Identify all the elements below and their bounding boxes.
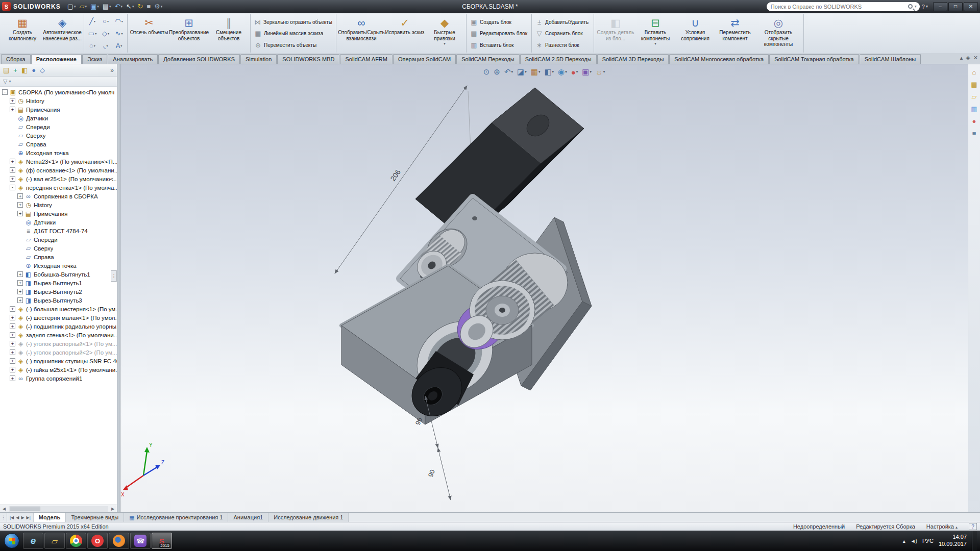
expand-ribbon-icon[interactable]: ▴ bbox=[960, 55, 963, 61]
tree-expander[interactable]: + bbox=[10, 159, 15, 164]
view-tool-button[interactable]: ◧ ▾ bbox=[543, 67, 555, 77]
view-tool-button[interactable]: ◉ ▾ bbox=[556, 67, 569, 77]
tree-item[interactable]: + ▤ Примечания bbox=[0, 105, 117, 114]
tree-expander[interactable]: + bbox=[10, 323, 15, 329]
make-part-from-block-button[interactable]: ◧ Создать деталь из бло... bbox=[596, 15, 635, 52]
language-indicator[interactable]: РУС bbox=[922, 538, 934, 544]
tree-item[interactable]: ◎ Датчики bbox=[0, 114, 117, 122]
view-tool-button[interactable]: ◪ ▾ bbox=[516, 67, 528, 77]
panel-split-handle[interactable]: ⋮ bbox=[111, 270, 117, 282]
tree-item[interactable]: + ◈ (-) вал er25<1> (По умолчанию<... bbox=[0, 174, 117, 183]
start-button[interactable] bbox=[4, 533, 19, 548]
volume-icon[interactable]: ◄) bbox=[911, 538, 917, 544]
hidden-icons-chevron[interactable]: ▴ bbox=[903, 538, 905, 544]
maximize-button[interactable]: □ bbox=[948, 2, 963, 11]
command-tab[interactable]: Анализировать bbox=[108, 54, 158, 64]
insert-components-button[interactable]: ⊟ Вставить компоненты ▾ bbox=[635, 15, 675, 52]
model-tab[interactable]: ▦ Исследование проектирования 1 bbox=[124, 513, 228, 522]
tree-item[interactable]: + ◷ History bbox=[0, 201, 117, 209]
filter-icon[interactable]: ▽ bbox=[3, 78, 7, 85]
scroll-left-icon[interactable]: ◀ bbox=[0, 507, 8, 511]
tree-item[interactable]: ▱ Спереди bbox=[0, 235, 117, 244]
tree-expander[interactable]: + bbox=[10, 358, 15, 364]
tree-expander[interactable]: - bbox=[10, 185, 15, 190]
tree-item[interactable]: + ∞ Группа сопряжений1 bbox=[0, 374, 117, 383]
tree-item[interactable]: ▱ Сверху bbox=[0, 244, 117, 253]
command-tab[interactable]: SOLIDWORKS MBD bbox=[277, 54, 339, 64]
model-tab[interactable]: Анимация1 bbox=[228, 513, 268, 522]
sketch-tool-button[interactable]: ◇ ▾ bbox=[99, 28, 112, 40]
tab-nav-icon[interactable]: |◀ bbox=[10, 515, 14, 520]
search-dropdown-icon[interactable]: ▾ bbox=[915, 4, 917, 9]
search-icon[interactable] bbox=[908, 4, 913, 9]
propertymanager-icon[interactable]: + bbox=[13, 66, 17, 74]
view-tool-button[interactable]: ▣ ▾ bbox=[580, 67, 593, 77]
explode-block-button[interactable]: ∗ Разнести блок bbox=[533, 41, 592, 49]
command-tab[interactable]: Расположение bbox=[31, 54, 82, 64]
edit-block-button[interactable]: ▤ Редактировать блок bbox=[468, 29, 530, 38]
tree-expander[interactable]: + bbox=[10, 332, 15, 338]
quick-access-button[interactable]: ↖ ▾ bbox=[125, 2, 135, 12]
taskbar-item[interactable]: ☎ bbox=[130, 533, 151, 549]
tray-clock[interactable]: 14:07 10.09.2017 bbox=[939, 534, 967, 548]
graphics-viewport[interactable]: 206 bbox=[120, 64, 968, 512]
tree-expander[interactable]: + bbox=[10, 306, 15, 312]
taskbar-item[interactable]: ▱ bbox=[44, 533, 65, 549]
model-tab[interactable]: Модель bbox=[34, 513, 66, 522]
tree-expander[interactable]: - bbox=[2, 89, 8, 95]
tree-expander[interactable]: + bbox=[17, 202, 23, 208]
make-block-button[interactable]: ▣ Создать блок bbox=[468, 18, 530, 27]
insert-block-button[interactable]: ▥ Вставить блок bbox=[468, 41, 530, 49]
quick-access-button[interactable]: ↻ bbox=[136, 2, 144, 12]
tree-item[interactable]: ▱ Справа bbox=[0, 140, 117, 148]
show-desktop-button[interactable] bbox=[972, 531, 977, 551]
view-tool-button[interactable]: ☼ ▾ bbox=[594, 67, 606, 77]
view-tool-button[interactable]: ▦ ▾ bbox=[529, 67, 542, 77]
tree-item[interactable]: + ◨ Вырез-Вытянуть2 bbox=[0, 287, 117, 296]
tree-item[interactable]: ▱ Сверху bbox=[0, 131, 117, 140]
tree-expander[interactable]: + bbox=[10, 167, 15, 173]
move-entities-button[interactable]: ⊕ Переместить объекты bbox=[252, 41, 334, 49]
model-tab[interactable]: Трехмерные виды bbox=[66, 513, 124, 522]
tab-nav-icon[interactable]: ▶| bbox=[27, 515, 31, 520]
sketch-tool-button[interactable]: A ▾ bbox=[112, 40, 126, 52]
add-remove-button[interactable]: ± Добавить/Удалить bbox=[533, 18, 592, 27]
autodimension-button[interactable]: ◈ Автоматическое нанесение раз... bbox=[42, 15, 82, 52]
tree-item[interactable]: + ◈ (-) уголок распорный<2> (По ум... bbox=[0, 348, 117, 357]
sketch-tool-button[interactable]: ◌ ▾ bbox=[86, 40, 99, 52]
quick-access-button[interactable]: ▢ ▾ bbox=[66, 2, 78, 12]
panel-horizontal-scrollbar[interactable]: ◀ ▶ bbox=[0, 505, 117, 512]
mate-button[interactable]: ∪ Условия сопряжения bbox=[675, 15, 715, 52]
configurationmanager-icon[interactable]: ◧ bbox=[21, 66, 28, 74]
convert-entities-button[interactable]: ⊞ Преобразование объектов bbox=[169, 15, 209, 52]
command-tab[interactable]: Операция SolidCAM bbox=[393, 54, 456, 64]
tab-nav-icon[interactable]: ◀ bbox=[16, 515, 19, 520]
tree-item[interactable]: + ◷ History bbox=[0, 96, 117, 105]
tree-item[interactable]: - ▣ СБОРКА (По умолчанию<По умолч bbox=[0, 88, 117, 96]
tree-item[interactable]: + ◈ (-) большая шестерня<1> (По ум... bbox=[0, 305, 117, 313]
tree-item[interactable]: + ◧ Бобышка-Вытянуть1 bbox=[0, 270, 117, 279]
view-tool-button[interactable]: ⊙ bbox=[482, 67, 492, 77]
custom-status-button[interactable]: Настройка▴ bbox=[926, 523, 958, 530]
command-tab[interactable]: SolidCAM AFRM bbox=[340, 54, 393, 64]
mirror-entities-button[interactable]: ⋈ Зеркально отразить объекты bbox=[252, 18, 334, 27]
tree-expander[interactable]: + bbox=[10, 176, 15, 182]
tree-item[interactable]: + ◨ Вырез-Вытянуть1 bbox=[0, 279, 117, 287]
tree-item[interactable]: + ◈ (-) подшипник ступицы SNR FC 40... bbox=[0, 357, 117, 365]
tree-expander[interactable]: + bbox=[17, 271, 23, 277]
tab-bar-grip[interactable]: ⋮ bbox=[0, 513, 7, 522]
file-explorer-pane-icon[interactable]: ▱ bbox=[972, 93, 977, 101]
quick-access-button[interactable]: ▤ ▾ bbox=[101, 2, 113, 12]
tree-expander[interactable]: + bbox=[17, 297, 23, 303]
tree-item[interactable]: ≡ Д16Т ГОСТ 4784-74 bbox=[0, 227, 117, 235]
featuremanager-icon[interactable]: ▤ bbox=[3, 66, 9, 74]
resources-icon[interactable]: ⌂ bbox=[972, 68, 976, 76]
tree-expander[interactable]: + bbox=[17, 280, 23, 286]
tree-expander[interactable]: + bbox=[10, 315, 15, 320]
view-tool-button[interactable]: ↶ ▾ bbox=[503, 67, 514, 77]
tree-item[interactable]: + ◈ Nema23<1> (По умолчанию<<П... bbox=[0, 157, 117, 166]
linear-sketch-pattern-button[interactable]: ▦ Линейный массив эскиза bbox=[252, 29, 334, 38]
status-help-button[interactable]: ? bbox=[969, 523, 977, 530]
trim-entities-button[interactable]: ✂ Отсечь объекты bbox=[129, 15, 169, 52]
tree-expander[interactable]: + bbox=[10, 98, 15, 104]
